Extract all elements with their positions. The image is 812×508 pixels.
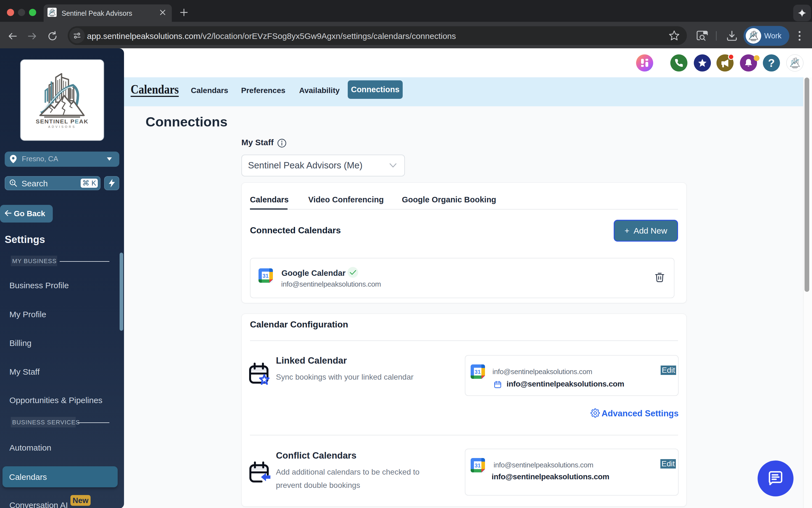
svg-text:31: 31 xyxy=(263,273,269,279)
svg-text:31: 31 xyxy=(475,369,481,375)
svg-text:ADVISORS: ADVISORS xyxy=(48,125,76,128)
svg-text:31: 31 xyxy=(475,462,481,468)
svg-text:SENTINEL PEAK: SENTINEL PEAK xyxy=(36,118,88,125)
